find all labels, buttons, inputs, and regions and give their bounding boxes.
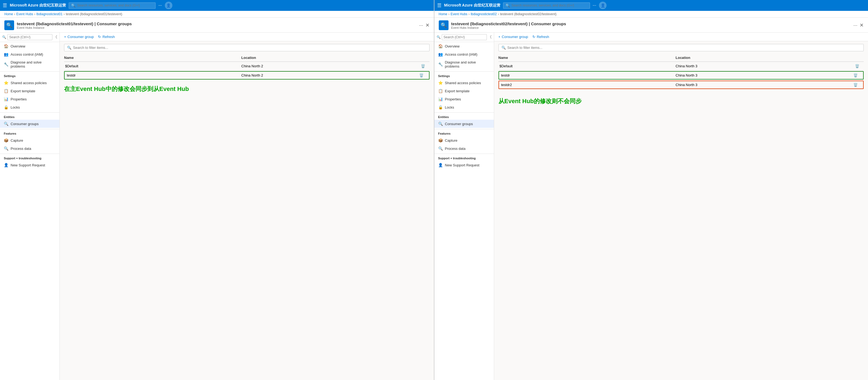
sidebar-item-export-right[interactable]: 📋 Export template xyxy=(434,87,494,95)
sidebar-item-iam-right[interactable]: 👥 Access control (IAM) xyxy=(434,50,494,58)
panel-subtitle-left: Event Hubs Instance xyxy=(17,26,132,29)
row-location-testdr2-right: China North 3 xyxy=(676,83,850,87)
filter-icon-left: 🔍 xyxy=(67,45,71,50)
search-icon-right: 🔍 xyxy=(505,3,510,8)
delete-icon-testdr-left[interactable]: 🗑️ xyxy=(416,73,427,77)
delete-icon-testdr2-right[interactable]: 🗑️ xyxy=(850,83,861,87)
main-content-left: + Consumer group ↻ Refresh 🔍 xyxy=(60,33,434,380)
sidebar-item-locks-left[interactable]: 🔒 Locks xyxy=(0,103,59,111)
breadcrumb-home-right[interactable]: Home xyxy=(439,12,447,16)
dots-menu-left[interactable]: ··· xyxy=(158,3,162,8)
panel-header-left: 🔍 testevent (lbdiagnostictest01/testeven… xyxy=(0,18,434,33)
sep3-right: › xyxy=(498,12,499,16)
sidebar-left: 🔍 《 🏠 Overview 👥 Access control (IAM) 🔧 … xyxy=(0,33,60,380)
avatar-left[interactable]: 👤 xyxy=(165,2,173,9)
row-location-testdr-left: China North 2 xyxy=(241,73,416,77)
capture-icon-left: 📦 xyxy=(4,138,8,142)
table-row-testdr2-right[interactable]: testdr2 China North 3 🗑️ xyxy=(498,81,864,89)
sidebar-item-capture-left[interactable]: 📦 Capture xyxy=(0,136,59,145)
iam-icon-right: 👥 xyxy=(438,52,443,57)
sidebar-collapse-right[interactable]: 《 xyxy=(488,35,492,40)
features-section-left: Features xyxy=(0,129,59,136)
col-name-left: Name xyxy=(64,56,241,60)
iam-icon-left: 👥 xyxy=(4,52,8,57)
add-consumer-group-btn-right[interactable]: + Consumer group xyxy=(498,35,528,39)
breadcrumb-eventhubs-left[interactable]: Event Hubs xyxy=(16,12,33,16)
sidebar-item-support-left[interactable]: 👤 New Support Request xyxy=(0,161,59,169)
plus-icon-left: + xyxy=(64,35,66,39)
sidebar-item-props-left[interactable]: 📊 Properties xyxy=(0,95,59,103)
row-name-testdr-right: testdr xyxy=(501,73,676,77)
search-input-left[interactable] xyxy=(77,3,153,7)
add-consumer-group-btn-left[interactable]: + Consumer group xyxy=(64,35,94,39)
sidebar-item-export-left[interactable]: 📋 Export template xyxy=(0,87,59,95)
table-row-default-left[interactable]: $Default China North 2 🗑️ xyxy=(64,62,430,70)
close-btn-right[interactable]: ✕ xyxy=(860,22,864,28)
panel-subtitle-right: Event Hubs Instance xyxy=(451,26,566,29)
sidebar-search-icon-left: 🔍 xyxy=(2,35,6,39)
table-header-right: Name Location xyxy=(498,54,864,62)
hamburger-icon-left[interactable]: ☰ xyxy=(3,2,7,8)
delete-icon-default-left[interactable]: 🗑️ xyxy=(417,64,428,68)
breadcrumb-home-left[interactable]: Home xyxy=(4,12,13,16)
sep3-left: › xyxy=(64,12,65,16)
filter-input-left[interactable] xyxy=(73,45,427,50)
table-row-testdr-right[interactable]: testdr China North 3 🗑️ xyxy=(498,71,864,80)
delete-icon-testdr-right[interactable]: 🗑️ xyxy=(850,73,861,77)
dots-menu-right[interactable]: ··· xyxy=(593,3,596,8)
delete-icon-default-right[interactable]: 🗑️ xyxy=(852,64,863,68)
sidebar-search-icon-right: 🔍 xyxy=(437,35,441,39)
sidebar-item-cg-right[interactable]: 🔍 Consumer groups xyxy=(434,120,494,128)
sidebar-item-locks-right[interactable]: 🔒 Locks xyxy=(434,103,494,111)
sidebar-item-props-right[interactable]: 📊 Properties xyxy=(434,95,494,103)
refresh-icon-left: ↻ xyxy=(98,35,101,39)
sidebar-item-sap-right[interactable]: ⭐ Shared access policies xyxy=(434,79,494,87)
refresh-btn-right[interactable]: ↻ Refresh xyxy=(532,35,549,39)
refresh-btn-left[interactable]: ↻ Refresh xyxy=(98,35,115,39)
breadcrumb-ns-left[interactable]: lbdiagnostictest01 xyxy=(36,12,62,16)
sidebar-item-diagnose-right[interactable]: 🔧 Diagnose and solve problems xyxy=(434,58,494,70)
filter-input-right[interactable] xyxy=(507,45,861,50)
filter-bar-right: 🔍 xyxy=(498,44,864,51)
sidebar-item-process-left[interactable]: 🔍 Process data xyxy=(0,145,59,153)
ellipsis-btn-left[interactable]: ··· xyxy=(419,22,423,28)
hamburger-icon-right[interactable]: ☰ xyxy=(437,2,441,8)
sidebar-search-right[interactable] xyxy=(442,34,487,40)
table-row-testdr-left[interactable]: testdr China North 2 🗑️ xyxy=(64,71,430,80)
row-location-default-left: China North 2 xyxy=(241,64,417,68)
sidebar-item-diagnose-left[interactable]: 🔧 Diagnose and solve problems xyxy=(0,58,59,70)
sidebar-collapse-left[interactable]: 《 xyxy=(54,35,57,40)
close-btn-left[interactable]: ✕ xyxy=(426,22,430,28)
top-nav-left: ☰ Microsoft Azure 由世纪互联运营 🔍 ··· 👤 xyxy=(0,0,434,11)
sidebar-item-sap-left[interactable]: ⭐ Shared access policies xyxy=(0,79,59,87)
breadcrumb-eventhubs-right[interactable]: Event Hubs xyxy=(451,12,468,16)
export-icon-left: 📋 xyxy=(4,89,8,93)
sidebar-item-support-right[interactable]: 👤 New Support Request xyxy=(434,161,494,169)
search-bar-left[interactable]: 🔍 xyxy=(69,2,156,9)
table-row-default-right[interactable]: $Default China North 3 🗑️ xyxy=(498,62,864,70)
sidebar-item-cg-left[interactable]: 🔍 Consumer groups xyxy=(0,120,59,128)
ellipsis-btn-right[interactable]: ··· xyxy=(853,22,858,28)
sidebar-item-overview-left[interactable]: 🏠 Overview xyxy=(0,42,59,50)
row-location-testdr-right: China North 3 xyxy=(676,73,850,77)
support-section-right: Support + troubleshooting xyxy=(434,154,494,161)
sidebar-item-overview-right[interactable]: 🏠 Overview xyxy=(434,42,494,50)
diagnose-icon-right: 🔧 xyxy=(438,62,443,66)
avatar-right[interactable]: 👤 xyxy=(599,2,607,9)
filter-bar-left: 🔍 xyxy=(64,44,430,51)
toolbar-left: + Consumer group ↻ Refresh xyxy=(60,33,434,41)
sidebar-item-iam-left[interactable]: 👥 Access control (IAM) xyxy=(0,50,59,58)
sidebar-item-process-right[interactable]: 🔍 Process data xyxy=(434,145,494,153)
search-bar-right[interactable]: 🔍 xyxy=(503,2,590,9)
annotation-left: 在主Event Hub中的修改会同步到从Event Hub xyxy=(64,85,430,93)
settings-section-left: Settings xyxy=(0,71,59,79)
sidebar-search-left[interactable] xyxy=(7,34,53,40)
sidebar-item-capture-right[interactable]: 📦 Capture xyxy=(434,136,494,145)
table-right: Name Location $Default China North 3 🗑️ … xyxy=(494,54,868,380)
support-icon-left: 👤 xyxy=(4,163,8,167)
process-icon-right: 🔍 xyxy=(438,146,443,151)
search-input-right[interactable] xyxy=(512,3,588,7)
breadcrumb-ns-right[interactable]: lbdiagnostictest02 xyxy=(471,12,497,16)
search-icon-left: 🔍 xyxy=(71,3,75,8)
col-name-right: Name xyxy=(498,56,676,60)
